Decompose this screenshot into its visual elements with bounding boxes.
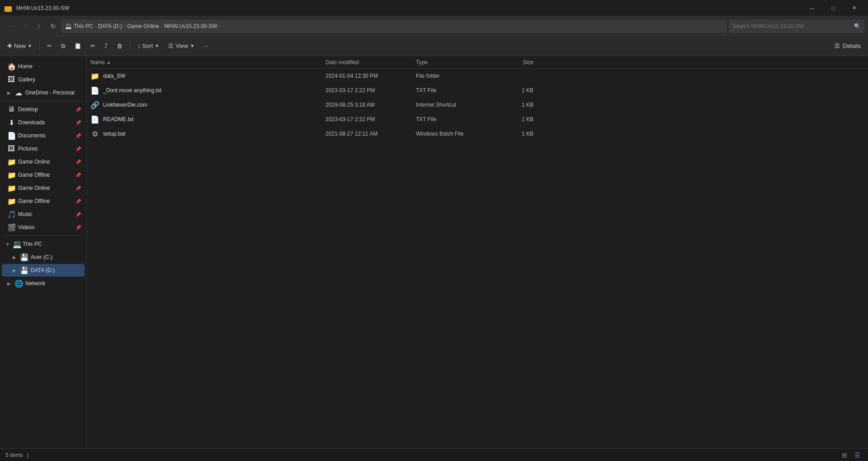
pin-icon: 📌 [75, 212, 81, 217]
sidebar-item-music[interactable]: 🎵 Music 📌 [2, 208, 85, 221]
cut-icon: ✂ [47, 42, 52, 49]
pinned-label: Game Offline [18, 198, 73, 204]
breadcrumb-pc[interactable]: 💻 This PC [65, 23, 93, 29]
refresh-button[interactable]: ↻ [47, 20, 60, 33]
pinned-icon: 📄 [7, 132, 15, 140]
toolbar: ✚ New ▼ ✂ ⧉ 📋 ✏ ⤴ 🗑 ↕ Sort ▼ ☰ View ▼ ··… [0, 36, 868, 56]
paste-button[interactable]: 📋 [71, 39, 85, 53]
sidebar-item-game-offline[interactable]: 📁 Game Offline 📌 [2, 195, 85, 207]
sidebar-item-game-online[interactable]: 📁 Game Online 📌 [2, 182, 85, 194]
window-controls: — □ ✕ [802, 0, 864, 16]
sidebar-item-acer-c:[interactable]: ▶ 💾 Acer (C:) [2, 251, 85, 263]
new-chevron: ▼ [28, 43, 32, 48]
col-header-size[interactable]: Size [488, 59, 533, 66]
pinned-icon: 🎬 [7, 223, 15, 232]
sidebar-onedrive-label: OneDrive - Personal [25, 89, 81, 96]
close-button[interactable]: ✕ [844, 0, 864, 16]
sidebar-item-downloads[interactable]: ⬇ Downloads 📌 [2, 116, 85, 129]
address-bar: ← → ↑ ↻ 💻 This PC › DATA (D:) › Game Onl… [0, 16, 868, 36]
window-title: MHW.Uv15.23.00-SW [16, 5, 802, 11]
maximize-button[interactable]: □ [823, 0, 844, 16]
file-date-cell: 2023-03-17 2:22 PM [326, 116, 416, 122]
delete-button[interactable]: 🗑 [113, 39, 126, 53]
sort-asc-icon: ▲ [107, 60, 111, 65]
onedrive-chevron: ▶ [7, 90, 11, 95]
file-type-icon: 📄 [90, 115, 99, 124]
expand-icon: ▶ [13, 255, 16, 260]
sidebar-item-game-offline[interactable]: 📁 Game Offline 📌 [2, 169, 85, 181]
file-date-cell: 2023-03-17 2:22 PM [326, 87, 416, 94]
sort-chevron: ▼ [155, 43, 159, 48]
forward-button[interactable]: → [18, 20, 31, 33]
sidebar-this-pc-header[interactable]: ▼ 💻 This PC [2, 238, 85, 250]
pin-icon: 📌 [75, 199, 81, 204]
sidebar-item-desktop[interactable]: 🖥 Desktop 📌 [2, 103, 85, 116]
details-button[interactable]: ☰ Details [831, 42, 864, 49]
file-name-cell: ⚙ setup.bat [90, 129, 326, 138]
pinned-label: Documents [18, 132, 73, 139]
view-button[interactable]: ☰ View ▼ [165, 39, 198, 53]
file-area: Name ▲ Date modified Type Size 📁 data_SW… [87, 56, 868, 448]
this-pc-icon: 💻 [13, 240, 21, 249]
view-label: View [175, 42, 188, 49]
share-icon: ⤴ [104, 42, 108, 49]
toolbar-sep-2 [130, 42, 130, 51]
file-name: setup.bat [103, 131, 125, 137]
new-icon: ✚ [7, 42, 12, 49]
up-button[interactable]: ↑ [33, 20, 45, 33]
cut-button[interactable]: ✂ [43, 39, 56, 53]
share-button[interactable]: ⤴ [101, 39, 111, 53]
breadcrumb-current[interactable]: MHW.Uv15.23.00-SW [164, 23, 217, 29]
breadcrumb-sep-2: › [124, 24, 125, 28]
sidebar-item-gallery[interactable]: 🖼 Gallery [2, 73, 85, 86]
file-date-cell: 2024-01-04 12:30 PM [326, 73, 416, 79]
table-row[interactable]: 📁 data_SW 2024-01-04 12:30 PM File folde… [87, 69, 868, 83]
breadcrumb-data[interactable]: DATA (D:) [98, 23, 122, 29]
sidebar-item-documents[interactable]: 📄 Documents 📌 [2, 129, 85, 142]
pin-icon: 📌 [75, 133, 81, 138]
pinned-icon: 📁 [7, 197, 15, 206]
table-row[interactable]: 🔗 LinkNeverDie.com 2019-08-25 3:18 AM In… [87, 98, 868, 112]
file-name-cell: 📄 _Dont move anything.txt [90, 86, 326, 95]
back-button[interactable]: ← [4, 20, 16, 33]
this-pc-children: ▶ 💾 Acer (C:) ▶ 💾 DATA (D:) [0, 251, 86, 277]
file-size-cell: 1 KB [488, 102, 533, 108]
copy-button[interactable]: ⧉ [57, 39, 69, 53]
more-button[interactable]: ··· [200, 39, 212, 53]
list-view-button[interactable]: ☰ [852, 451, 863, 460]
search-bar[interactable]: 🔍 [729, 19, 864, 33]
col-header-date[interactable]: Date modified [326, 59, 416, 66]
main-content: 🏠 Home 🖼 Gallery ▶ ☁ OneDrive - Personal… [0, 56, 868, 448]
onedrive-icon: ☁ [14, 89, 23, 97]
sidebar-item-home[interactable]: 🏠 Home [2, 60, 85, 73]
pin-icon: 📌 [75, 186, 81, 191]
column-header: Name ▲ Date modified Type Size [87, 56, 868, 69]
search-input[interactable] [732, 23, 851, 29]
table-row[interactable]: 📄 _Dont move anything.txt 2023-03-17 2:2… [87, 83, 868, 98]
file-name: _Dont move anything.txt [103, 87, 161, 94]
sidebar-item-game-online[interactable]: 📁 Game Online 📌 [2, 155, 85, 168]
table-row[interactable]: 📄 README.txt 2023-03-17 2:22 PM TXT File… [87, 112, 868, 127]
rename-button[interactable]: ✏ [87, 39, 99, 53]
sidebar-item-onedrive[interactable]: ▶ ☁ OneDrive - Personal [2, 86, 85, 99]
more-label: ··· [203, 42, 208, 49]
sidebar-item-data-d:[interactable]: ▶ 💾 DATA (D:) [2, 264, 85, 277]
sidebar-divider-1 [4, 101, 83, 101]
sidebar-divider-2 [4, 235, 83, 236]
pinned-items: 🖥 Desktop 📌 ⬇ Downloads 📌 📄 Documents 📌 … [0, 103, 86, 234]
minimize-button[interactable]: — [802, 0, 823, 16]
sidebar-network-label: Network [25, 280, 81, 287]
sidebar-item-videos[interactable]: 🎬 Videos 📌 [2, 221, 85, 234]
col-header-name[interactable]: Name ▲ [90, 59, 326, 66]
sort-button[interactable]: ↕ Sort ▼ [134, 39, 163, 53]
sidebar-item-pictures[interactable]: 🖼 Pictures 📌 [2, 142, 85, 155]
new-label: New [14, 42, 26, 49]
sort-label: Sort [142, 42, 153, 49]
grid-view-button[interactable]: ⊞ [839, 451, 850, 460]
sidebar-item-network[interactable]: ▶ 🌐 Network [2, 277, 85, 290]
new-button[interactable]: ✚ New ▼ [4, 39, 36, 53]
col-header-type[interactable]: Type [416, 59, 488, 66]
breadcrumb-gameonline[interactable]: Game Online [127, 23, 159, 29]
breadcrumb[interactable]: 💻 This PC › DATA (D:) › Game Online › MH… [61, 19, 727, 33]
table-row[interactable]: ⚙ setup.bat 2021-08-27 12:11 AM Windows … [87, 127, 868, 141]
